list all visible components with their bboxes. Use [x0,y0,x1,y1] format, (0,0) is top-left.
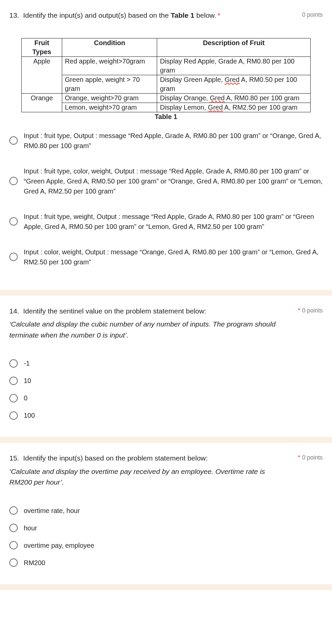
option-row[interactable]: Input : fruit type, Output : message “Re… [9,125,323,156]
question-subtext: ‘Calculate and display the cubic number … [9,319,323,341]
points-text: 0 points [302,307,323,314]
radio-icon[interactable] [9,524,18,532]
table-header-row: Fruit Types Condition Description of Fru… [22,38,311,56]
table-row: Apple Red apple, weight>70gram Display R… [22,56,311,75]
required-indicator: * [218,11,220,19]
table-row: Orange Orange, weight>70 gram Display Or… [22,93,311,103]
option-label: overtime rate, hour [24,506,80,516]
radio-icon[interactable] [9,253,18,261]
option-row[interactable]: overtime rate, hour [9,502,323,519]
th-condition: Condition [62,38,157,56]
desc-pre: Display Lemon, [160,104,208,111]
table-row: Lemon, weight>70 gram Display Lemon, Gre… [22,103,311,112]
radio-icon[interactable] [9,377,18,385]
radio-icon[interactable] [9,541,18,549]
radio-icon[interactable] [9,359,18,368]
question-subtext: ‘Calculate and display the overtime pay … [9,466,323,488]
card-gap [0,437,332,443]
card-gap [0,290,332,296]
option-label: Input : fruit type, Output : message “Re… [24,131,323,151]
cell-condition: Red apple, weight>70gram [62,56,157,75]
cell-fruit-type: Orange [22,93,62,112]
options-group: -1 10 0 100 [9,355,323,424]
question-14: 14. Identify the sentinel value on the p… [0,296,332,437]
gred-word: Gred [210,94,224,102]
question-title: 14. Identify the sentinel value on the p… [9,306,206,316]
option-row[interactable]: Input : fruit type, weight, Output : mes… [9,206,323,237]
radio-icon[interactable] [9,177,18,185]
question-number: 15. [9,453,19,464]
radio-icon[interactable] [9,217,18,226]
radio-icon[interactable] [9,506,18,515]
cell-description: Display Green Apple, Gred A, RM0.50 per … [157,75,311,93]
cell-condition: Lemon, weight>70 gram [62,103,157,112]
desc-post: A, RM0.80 per 100 gram [225,94,299,102]
option-label: -1 [24,358,30,368]
question-title: 15. Identify the input(s) based on the p… [9,453,208,464]
gred-word: Gred [208,104,223,111]
points-label: 0 points [296,10,323,18]
desc-pre: Display Orange, [160,94,210,102]
option-row[interactable]: 10 [9,372,323,389]
option-label: overtime pay, employee [24,540,94,550]
option-label: 10 [24,376,31,386]
question-number: 14. [9,306,19,316]
option-row[interactable]: RM200 [9,554,323,571]
desc-post: A, RM2.50 per 100 gram [223,104,297,111]
required-indicator: * [298,307,300,314]
option-row[interactable]: hour [9,519,323,537]
gred-word: Gred [225,76,239,83]
question-text: Identify the input(s) and output(s) base… [23,10,220,21]
option-label: Input : fruit type, color, weight, Outpu… [24,166,323,196]
option-label: Input : color, weight, Output : message … [24,247,323,267]
required-indicator: * [298,454,300,461]
radio-icon[interactable] [9,136,18,145]
cell-condition: Green apple, weight > 70 gram [62,75,157,93]
cell-description: Display Red Apple, Grade A, RM0.80 per 1… [157,56,311,75]
cell-fruit-type: Apple [22,56,62,93]
option-label: hour [24,523,37,533]
fruit-table: Fruit Types Condition Description of Fru… [21,38,311,112]
option-label: 100 [24,410,35,420]
radio-icon[interactable] [9,411,18,420]
title-bold: Table 1 [171,11,194,19]
question-header: 15. Identify the input(s) based on the p… [9,453,323,464]
points-label: *0 points [291,306,323,314]
option-label: Input : fruit type, weight, Output : mes… [24,212,323,232]
radio-icon[interactable] [9,394,18,402]
cell-condition: Orange, weight>70 gram [62,93,157,103]
option-row[interactable]: 0 [9,389,323,407]
desc-pre: Display Green Apple, [160,76,224,83]
question-number: 13. [9,10,19,21]
points-text: 0 points [302,454,323,461]
question-header: 13. Identify the input(s) and output(s) … [9,10,323,21]
option-label: 0 [24,393,27,403]
options-group: Input : fruit type, Output : message “Re… [9,125,323,272]
question-text: Identify the input(s) based on the probl… [23,453,208,464]
option-row[interactable]: Input : fruit type, color, weight, Outpu… [9,161,323,202]
option-label: RM200 [24,558,45,568]
radio-icon[interactable] [9,558,18,567]
question-13: 13. Identify the input(s) and output(s) … [0,0,332,290]
option-row[interactable]: 100 [9,407,323,424]
question-title: 13. Identify the input(s) and output(s) … [9,10,220,21]
question-15: 15. Identify the input(s) based on the p… [0,443,332,584]
card-gap [0,584,332,590]
th-description: Description of Fruit [157,38,311,56]
table-1-wrap: Fruit Types Condition Description of Fru… [21,38,311,121]
title-post: below. [194,11,216,19]
option-row[interactable]: Input : color, weight, Output : message … [9,242,323,272]
cell-description: Display Orange, Gred A, RM0.80 per 100 g… [157,93,311,103]
points-label: *0 points [291,453,323,461]
option-row[interactable]: overtime pay, employee [9,537,323,554]
question-text: Identify the sentinel value on the probl… [23,306,206,316]
cell-description: Display Lemon, Gred A, RM2.50 per 100 gr… [157,103,311,112]
th-fruit-types: Fruit Types [22,38,62,56]
title-pre: Identify the input(s) and output(s) base… [23,11,171,19]
options-group: overtime rate, hour hour overtime pay, e… [9,502,323,571]
question-header: 14. Identify the sentinel value on the p… [9,306,323,316]
table-caption: Table 1 [21,113,311,121]
option-row[interactable]: -1 [9,355,323,372]
table-row: Green apple, weight > 70 gram Display Gr… [22,75,311,93]
